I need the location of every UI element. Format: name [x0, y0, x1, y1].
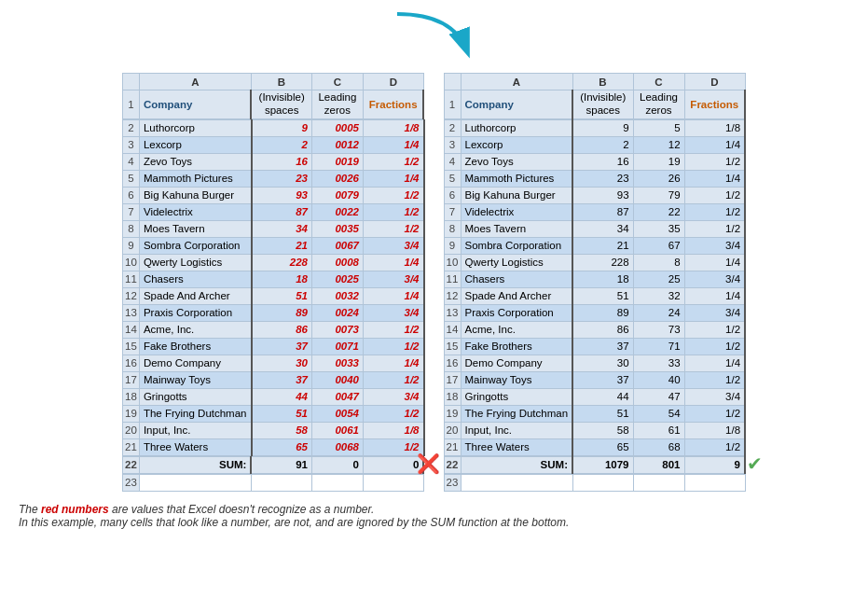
footnote-before: The — [19, 503, 41, 516]
row-num-cell: 13 — [444, 304, 461, 321]
row-num-cell: 10 — [122, 254, 139, 271]
company-header-left: Company — [139, 90, 251, 119]
c-cell: 47 — [633, 388, 684, 405]
company-cell: Praxis Corporation — [139, 304, 251, 321]
row-num-cell: 10 — [444, 254, 461, 271]
c-cell: 0025 — [312, 271, 364, 287]
d-cell: 1/8 — [684, 119, 745, 136]
b-cell: 23 — [572, 170, 633, 187]
col-c-header-left: C — [311, 74, 363, 90]
c-header-line2-left: zeros — [316, 104, 359, 118]
tables-container: A B C D 1 Company (Invisible) spaces Lea… — [9, 73, 859, 492]
b-cell: 58 — [252, 422, 312, 438]
c-cell: 0033 — [312, 355, 364, 371]
company-cell: Praxis Corporation — [461, 304, 572, 321]
row-num-cell: 2 — [444, 119, 461, 136]
right-data: 2Luthorcorp951/83Lexcorp2121/44Zevo Toys… — [444, 119, 747, 456]
c-cell: 19 — [633, 153, 684, 170]
table-row: 9Sombra Corporation21673/4 — [444, 237, 745, 254]
c-cell: 73 — [633, 321, 684, 338]
table-row: 17Mainway Toys37401/2 — [444, 371, 745, 388]
company-cell: Mammoth Pictures — [139, 170, 251, 187]
company-cell: Gringotts — [139, 388, 251, 405]
d-cell: 3/4 — [684, 388, 745, 405]
c-cell: 0012 — [312, 136, 364, 153]
row-num-cell: 14 — [444, 321, 461, 338]
table-row: 19The Frying Dutchman51541/2 — [444, 405, 745, 422]
b-header-left: (Invisible) spaces — [251, 90, 311, 119]
table-row: 11Chasers1800253/4 — [122, 271, 423, 287]
footnote-line1: The red numbers are values that Excel do… — [19, 503, 859, 516]
table-row: 5Mammoth Pictures23261/4 — [444, 170, 745, 187]
row-num-cell: 7 — [122, 203, 139, 220]
company-cell: Demo Company — [139, 355, 251, 371]
d-cell: 1/2 — [364, 153, 424, 170]
company-cell: Demo Company — [461, 355, 572, 371]
row-num-cell: 15 — [444, 338, 461, 355]
row-num-cell: 11 — [122, 271, 139, 287]
footnote-after: are values that Excel doesn't recognize … — [109, 503, 375, 516]
corner-cell-left — [122, 74, 139, 90]
b-cell: 58 — [572, 422, 633, 438]
company-cell: Luthorcorp — [461, 119, 572, 136]
d-cell: 1/2 — [364, 405, 424, 422]
b-cell: 21 — [572, 237, 633, 254]
d-cell: 1/4 — [684, 355, 745, 371]
c-cell: 0024 — [312, 304, 364, 321]
footnote-line2: In this example, many cells that look li… — [19, 516, 859, 529]
b-cell: 34 — [252, 220, 312, 237]
row-num-cell: 12 — [444, 287, 461, 304]
table-row: 16Demo Company30331/4 — [444, 355, 745, 371]
table-row: 2Luthorcorp900051/8 — [122, 119, 423, 136]
company-cell: Acme, Inc. — [461, 321, 572, 338]
d-cell: 3/4 — [364, 271, 424, 287]
sum-row: 22SUM:10798019 — [444, 456, 745, 473]
d-cell: 3/4 — [364, 304, 424, 321]
company-cell: Mainway Toys — [139, 371, 251, 388]
company-cell: Qwerty Logistics — [461, 254, 572, 271]
b-cell: 37 — [572, 338, 633, 355]
row-num-cell: 12 — [122, 287, 139, 304]
company-cell: Three Waters — [139, 438, 251, 455]
row-num-cell: 6 — [122, 187, 139, 203]
row-num-cell: 20 — [444, 422, 461, 438]
company-cell: Qwerty Logistics — [139, 254, 251, 271]
d-cell: 1/4 — [364, 170, 424, 187]
col-b-header-right: B — [572, 74, 633, 90]
d-cell: 1/4 — [364, 355, 424, 371]
col-a-header-right: A — [461, 74, 572, 90]
b-cell: 51 — [572, 287, 633, 304]
col-d-header-right: D — [684, 74, 745, 90]
b-cell: 89 — [252, 304, 312, 321]
company-cell: Big Kahuna Burger — [461, 187, 572, 203]
empty-row-num-left: 23 — [122, 474, 139, 491]
company-cell: Luthorcorp — [139, 119, 251, 136]
d-cell: 1/2 — [364, 338, 424, 355]
table-row: 11Chasers18253/4 — [444, 271, 745, 287]
col-c-header-right: C — [633, 74, 684, 90]
d-cell: 1/2 — [364, 438, 424, 455]
corner-cell-right — [444, 74, 461, 90]
right-sum: 22SUM:10798019 — [444, 456, 747, 474]
empty-row-right: 23 — [444, 474, 745, 491]
row-num-cell: 9 — [122, 237, 139, 254]
d-cell: 1/2 — [364, 220, 424, 237]
c-cell: 68 — [633, 438, 684, 455]
table-row: 20Input, Inc.5800611/8 — [122, 422, 423, 438]
c-cell: 32 — [633, 287, 684, 304]
col-d-header-left: D — [363, 74, 423, 90]
b-cell: 9 — [252, 119, 312, 136]
c-cell: 79 — [633, 187, 684, 203]
left-empty-row: 23 — [122, 474, 424, 492]
row-num-cell: 2 — [122, 119, 139, 136]
right-spreadsheet: A B C D 1 Company (Invisible) spaces Lea… — [444, 73, 747, 119]
table-row: 10Qwerty Logistics22800081/4 — [122, 254, 423, 271]
row-num-cell: 8 — [122, 220, 139, 237]
b-cell: 86 — [252, 321, 312, 338]
table-row: 17Mainway Toys3700401/2 — [122, 371, 423, 388]
right-table-wrapper: A B C D 1 Company (Invisible) spaces Lea… — [444, 73, 747, 492]
d-cell: 3/4 — [684, 304, 745, 321]
row-num-cell: 5 — [444, 170, 461, 187]
b-header-line1-right: (Invisible) — [577, 91, 629, 104]
b-cell: 16 — [252, 153, 312, 170]
